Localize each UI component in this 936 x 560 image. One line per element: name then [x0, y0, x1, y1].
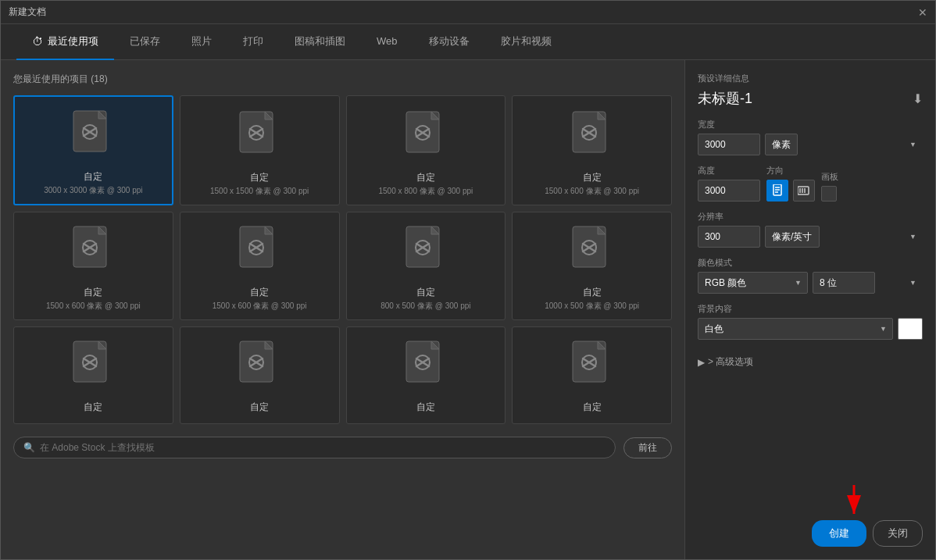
tab-recent-label: 最近使用项: [48, 34, 98, 48]
advanced-label: > 高级选项: [708, 355, 753, 369]
tab-art-label: 图稿和插图: [295, 34, 345, 48]
resolution-input-row: 像素/英寸 像素/厘米: [698, 226, 923, 248]
template-item-name: 自定: [583, 401, 602, 414]
bottom-buttons: 创建 关闭: [698, 520, 923, 547]
doc-icon: [569, 110, 616, 165]
bg-row: 白色 黑色 背景色 透明: [698, 318, 923, 340]
direction-row: [766, 180, 815, 202]
template-item-desc: 800 x 500 像素 @ 300 ppi: [380, 301, 470, 312]
tab-saved-label: 已保存: [130, 34, 160, 48]
new-document-window: 新建文档 ✕ ⏱ 最近使用项 已保存 照片 打印 图稿和插图 Web 移动设备 …: [0, 0, 936, 560]
landscape-button[interactable]: [793, 180, 815, 202]
artboard-checkbox[interactable]: [821, 186, 837, 202]
tab-film-label: 胶片和视频: [501, 34, 552, 48]
bg-select-wrapper: 白色 黑色 背景色 透明: [698, 318, 893, 340]
width-input[interactable]: [698, 134, 760, 155]
doc-icon: [569, 340, 616, 394]
doc-icon: [402, 110, 449, 165]
template-item-name: 自定: [84, 401, 102, 414]
direction-block: 方向: [766, 165, 815, 202]
search-row: 🔍 前往: [13, 430, 672, 465]
width-unit-wrapper: 像素 英寸 厘米 毫米: [765, 134, 923, 155]
create-button[interactable]: 创建: [812, 520, 866, 547]
tab-print[interactable]: 打印: [227, 24, 279, 60]
template-item[interactable]: 自定1500 x 600 像素 @ 300 ppi: [180, 212, 340, 320]
doc-icon: [70, 109, 116, 164]
template-item-desc: 1000 x 500 像素 @ 300 ppi: [545, 301, 639, 312]
tab-photos[interactable]: 照片: [176, 24, 227, 60]
prev-button[interactable]: 前往: [623, 437, 672, 458]
doc-icon: [236, 225, 283, 280]
tab-web[interactable]: Web: [361, 24, 413, 60]
template-item-name: 自定: [416, 286, 435, 299]
doc-icon: [402, 340, 449, 394]
template-item[interactable]: 自定: [180, 326, 340, 424]
width-field-row: 宽度 像素 英寸 厘米 毫米: [698, 119, 923, 155]
search-input[interactable]: [40, 442, 606, 453]
resolution-label: 分辨率: [698, 211, 923, 223]
template-item-name: 自定: [416, 171, 435, 184]
doc-icon: [236, 340, 283, 394]
color-mode-wrapper: RGB 颜色 CMYK 颜色 灰度: [698, 272, 808, 294]
close-icon[interactable]: ✕: [918, 6, 927, 19]
template-item[interactable]: 自定1500 x 800 像素 @ 300 ppi: [346, 95, 506, 205]
template-item-name: 自定: [250, 286, 269, 299]
template-item-desc: 1500 x 600 像素 @ 300 ppi: [46, 301, 141, 312]
title-bar: 新建文档 ✕: [1, 1, 935, 24]
bit-depth-select[interactable]: 8 位 16 位 32 位: [813, 272, 875, 294]
close-dialog-button[interactable]: 关闭: [873, 520, 923, 547]
resolution-unit-select[interactable]: 像素/英寸 像素/厘米: [765, 226, 820, 248]
artboard-label: 画板: [821, 171, 838, 183]
template-item[interactable]: 自定: [512, 326, 672, 424]
tab-art[interactable]: 图稿和插图: [279, 24, 361, 60]
recent-header: 您最近使用的项目 (18): [13, 73, 672, 86]
template-grid: 自定3000 x 3000 像素 @ 300 ppi 自定1500 x 1500…: [13, 95, 672, 424]
width-unit-select[interactable]: 像素 英寸 厘米 毫米: [765, 134, 798, 155]
resolution-unit-wrapper: 像素/英寸 像素/厘米: [765, 226, 923, 248]
height-label: 高度: [698, 165, 760, 177]
height-block: 高度: [698, 165, 760, 202]
preset-title: 未标题-1: [698, 89, 752, 108]
bit-depth-wrapper: 8 位 16 位 32 位: [813, 272, 923, 294]
template-item-desc: 1500 x 600 像素 @ 300 ppi: [213, 301, 307, 312]
doc-icon: [402, 225, 449, 280]
portrait-button[interactable]: [766, 180, 788, 202]
tab-web-label: Web: [377, 35, 398, 47]
color-mode-label: 颜色模式: [698, 257, 923, 269]
direction-label: 方向: [766, 165, 815, 177]
template-item[interactable]: 自定1000 x 500 像素 @ 300 ppi: [512, 212, 672, 320]
right-panel: 预设详细信息 未标题-1 ⬇ 宽度 像素 英寸 厘米 毫米: [685, 60, 935, 559]
tab-mobile[interactable]: 移动设备: [413, 24, 485, 60]
template-item-name: 自定: [250, 171, 269, 184]
tab-saved[interactable]: 已保存: [114, 24, 176, 60]
template-item[interactable]: 自定: [13, 326, 173, 424]
template-item-name: 自定: [84, 286, 102, 299]
height-input[interactable]: [698, 180, 760, 202]
preset-label: 预设详细信息: [698, 73, 923, 84]
template-item-desc: 1500 x 800 像素 @ 300 ppi: [378, 186, 473, 197]
tab-print-label: 打印: [243, 34, 263, 48]
tab-film[interactable]: 胶片和视频: [485, 24, 567, 60]
left-panel: 您最近使用的项目 (18) 自定3000 x 3000 像素 @ 300 ppi: [1, 60, 685, 559]
bg-color-swatch[interactable]: [898, 318, 923, 340]
template-item[interactable]: 自定1500 x 1500 像素 @ 300 ppi: [180, 95, 340, 205]
template-item[interactable]: 自定3000 x 3000 像素 @ 300 ppi: [13, 95, 173, 205]
template-item-desc: 1500 x 1500 像素 @ 300 ppi: [210, 186, 309, 197]
color-mode-select[interactable]: RGB 颜色 CMYK 颜色 灰度: [698, 272, 808, 294]
tab-recent[interactable]: ⏱ 最近使用项: [16, 24, 114, 60]
template-item-name: 自定: [583, 171, 602, 184]
tab-mobile-label: 移动设备: [429, 34, 470, 48]
advanced-section[interactable]: ▶ > 高级选项: [698, 355, 923, 369]
template-item[interactable]: 自定800 x 500 像素 @ 300 ppi: [346, 212, 506, 320]
resolution-field-row: 分辨率 像素/英寸 像素/厘米: [698, 211, 923, 248]
save-icon[interactable]: ⬇: [913, 91, 923, 106]
template-item[interactable]: 自定1500 x 600 像素 @ 300 ppi: [13, 212, 173, 320]
template-item[interactable]: 自定: [346, 326, 506, 424]
resolution-input[interactable]: [698, 226, 760, 248]
bg-select[interactable]: 白色 黑色 背景色 透明: [698, 318, 893, 340]
color-mode-field-row: 颜色模式 RGB 颜色 CMYK 颜色 灰度 8 位 16 位 32: [698, 257, 923, 294]
doc-icon: [70, 225, 116, 280]
template-item[interactable]: 自定1500 x 600 像素 @ 300 ppi: [512, 95, 672, 205]
preset-title-row: 未标题-1 ⬇: [698, 89, 923, 108]
svg-rect-52: [798, 187, 809, 194]
